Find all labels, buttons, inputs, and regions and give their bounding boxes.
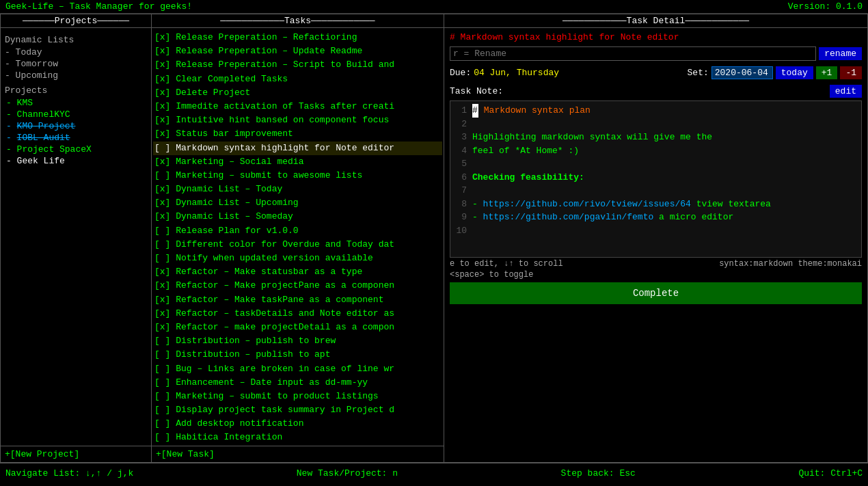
set-date-input[interactable] (711, 66, 773, 79)
detail-panel-header: ————————————Task Detail———————————— (444, 14, 867, 28)
note-line: 10 (453, 224, 858, 238)
due-label: Due: (450, 68, 471, 78)
note-line: 7 (453, 184, 858, 198)
task-item[interactable]: [ ] Distribution – publish to apt (153, 348, 442, 362)
rename-row: rename (450, 46, 862, 61)
note-line: 6Checking feasibility: (453, 171, 858, 185)
rename-input[interactable] (450, 46, 816, 61)
due-date-value: 04 Jun, Thursday (474, 68, 559, 78)
task-item[interactable]: [x] Refactor – Make taskPane as a compon… (153, 293, 442, 307)
note-header-row: Task Note: edit (450, 85, 862, 98)
task-item[interactable]: [x] Refactor – make projectDetail as a c… (153, 321, 442, 334)
task-item[interactable]: [x] Immedite activation of Tasks after c… (153, 100, 442, 113)
task-item[interactable]: [ ] Release Plan for v1.0.0 (153, 224, 442, 238)
spacex-label: Project SpaceX (17, 144, 92, 154)
upcoming-label: Upcoming (16, 70, 58, 81)
nav-spacex[interactable]: - Project SpaceX (2, 144, 150, 155)
task-item[interactable]: [ ] Markdown syntax highlight for Note e… (153, 141, 442, 155)
task-item[interactable]: [ ] Habitica Integration (153, 431, 442, 444)
kmoproject-label: KMO-Project (17, 121, 76, 131)
kms-label: KMS (17, 98, 33, 108)
task-item[interactable]: [ ] Marketing – submit to awesome lists (153, 169, 442, 183)
main-layout: ——————Projects—————— Dynamic Lists - Tod… (0, 14, 868, 483)
geeklife-label: Geek Life (17, 156, 65, 166)
status-bar: Navigate List: ↓,↑ / j,k New Task/Projec… (0, 463, 868, 483)
task-item[interactable]: [ ] Add desktop notification (153, 417, 442, 431)
note-line: 3Highlighting markdown syntax will give … (453, 131, 858, 144)
status-step-back: Step back: Esc (561, 468, 636, 478)
projects-panel-content: Dynamic Lists - Today - Tomorrow - Upcom… (1, 28, 151, 446)
new-project-btn[interactable]: +[New Project] (1, 446, 151, 462)
due-row: Due: 04 Jun, Thursday Set: today +1 -1 (450, 66, 862, 79)
projects-header-label: Projects (55, 16, 97, 26)
edit-btn[interactable]: edit (830, 85, 862, 98)
task-item[interactable]: [ ] Different color for Overdue and Toda… (153, 238, 442, 252)
note-line: 2 (453, 118, 858, 131)
task-item[interactable]: [x] Marketing – Social media (153, 155, 442, 169)
task-item[interactable]: [x] Dynamic List – Upcoming (153, 196, 442, 210)
projects-panel-header: ——————Projects—————— (1, 14, 151, 28)
plus-one-btn[interactable]: +1 (816, 66, 838, 79)
new-task-btn[interactable]: +[New Task] (152, 446, 444, 462)
tasks-header-label: Tasks (284, 16, 311, 26)
task-item[interactable]: [x] Dynamic List – Today (153, 183, 442, 196)
nav-upcoming[interactable]: - Upcoming (2, 70, 150, 81)
today-label: Today (16, 47, 42, 57)
content-area: ——————Projects—————— Dynamic Lists - Tod… (0, 14, 868, 463)
channelkyc-label: ChannelKYC (17, 109, 70, 120)
title-bar: Geek-Life – Task Manager for geeks! Vers… (0, 0, 868, 14)
app-title: Geek-Life – Task Manager for geeks! (5, 1, 192, 12)
tasks-list: [x] Release Preperation – Refactioring[x… (152, 28, 444, 446)
task-detail-title: # Markdown syntax highlight for Note edi… (450, 32, 862, 42)
note-line: 5 (453, 157, 858, 171)
note-line: 8- https://github.com/rivo/tview/issues/… (453, 198, 858, 211)
task-item[interactable]: [x] Refactor – taskDetails and Note edit… (153, 307, 442, 321)
today-btn[interactable]: today (776, 66, 813, 79)
set-label: Set: (688, 68, 709, 78)
dynamic-lists-label: Dynamic Lists (2, 33, 150, 46)
task-item[interactable]: [x] Release Preperation – Script to Buil… (153, 58, 442, 72)
hint-right: syntax:markdown theme:monakai (719, 259, 862, 269)
task-item[interactable]: [x] Intuitive hint bansed on component f… (153, 113, 442, 127)
task-item[interactable]: [x] Clear Completed Tasks (153, 72, 442, 86)
minus-one-btn[interactable]: -1 (840, 66, 862, 79)
nav-geeklife[interactable]: - Geek Life (2, 155, 150, 167)
hint-row: e to edit, ↓↑ to scroll syntax:markdown … (450, 259, 862, 269)
nav-kmoproject[interactable]: - KMO-Project (2, 120, 150, 132)
nav-ioblaudit[interactable]: - IOBL Audit (2, 132, 150, 144)
ioblaudit-label: IOBL Audit (17, 133, 70, 143)
nav-today[interactable]: - Today (2, 46, 150, 58)
status-new-task: New Task/Project: n (297, 468, 398, 478)
task-item[interactable]: [ ] Marketing – submit to product listin… (153, 390, 442, 403)
task-item[interactable]: [ ] Bug – Links are broken in case of li… (153, 362, 442, 376)
toggle-hint: <space> to toggle (450, 270, 862, 280)
hint-left: e to edit, ↓↑ to scroll (450, 259, 563, 269)
note-line: 1# Markdown syntax plan (453, 104, 858, 118)
task-item[interactable]: [ ] Enhancement – Date input as dd-mm-yy (153, 376, 442, 390)
app-version: Version: 0.1.0 (788, 1, 863, 12)
note-line: 9- https://github.com/pgavlin/femto a mi… (453, 211, 858, 224)
task-item[interactable]: [x] Dynamic List – Someday (153, 210, 442, 224)
task-item[interactable]: [x] Status bar improvement (153, 127, 442, 141)
task-item[interactable]: [x] Refactor – Make projectPane as a com… (153, 279, 442, 293)
task-item[interactable]: [ ] Notify when updated version availabl… (153, 252, 442, 265)
tasks-panel-header: ————————————Tasks———————————— (152, 14, 444, 28)
rename-btn[interactable]: rename (819, 47, 862, 60)
task-item[interactable]: [x] Release Preperation – Refactioring (153, 31, 442, 44)
tomorrow-label: Tomorrow (16, 59, 58, 69)
note-area: 1# Markdown syntax plan23Highlighting ma… (450, 100, 862, 258)
task-item[interactable]: [ ] Distribution – publish to brew (153, 334, 442, 348)
tasks-panel: ————————————Tasks———————————— [x] Releas… (152, 14, 444, 463)
detail-panel: ————————————Task Detail———————————— # Ma… (444, 14, 868, 463)
nav-kms[interactable]: - KMS (2, 97, 150, 109)
task-item[interactable]: [ ] Display project task summary in Proj… (153, 403, 442, 417)
complete-btn[interactable]: Complete (450, 282, 862, 304)
nav-tomorrow[interactable]: - Tomorrow (2, 58, 150, 70)
note-line: 4feel of *At Home* :) (453, 144, 858, 158)
detail-panel-content: # Markdown syntax highlight for Note edi… (444, 28, 867, 462)
nav-channelkyc[interactable]: - ChannelKYC (2, 109, 150, 120)
status-quit: Quit: Ctrl+C (798, 468, 863, 478)
task-item[interactable]: [x] Refactor – Make statusbar as a type (153, 265, 442, 279)
task-item[interactable]: [x] Delete Project (153, 86, 442, 100)
task-item[interactable]: [x] Release Preperation – Update Readme (153, 44, 442, 58)
